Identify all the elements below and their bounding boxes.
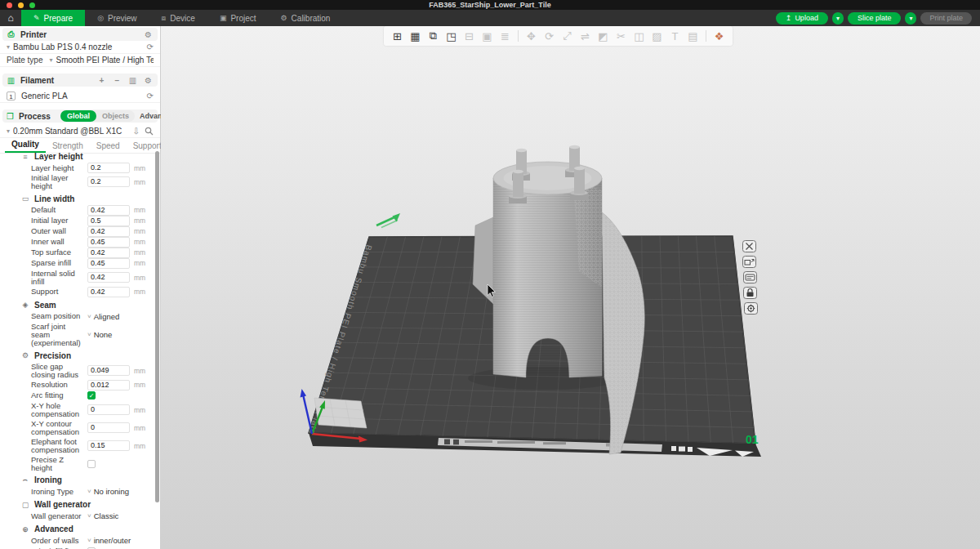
tab-project[interactable]: ▣Project <box>207 10 269 26</box>
section-header-advanced[interactable]: ⊕Advanced <box>0 523 154 535</box>
save-preset-icon[interactable]: ⇩ <box>133 127 140 136</box>
section-header-line-width[interactable]: ▭Line width <box>0 193 154 205</box>
filament-settings-gear-icon[interactable]: ⚙ <box>143 76 154 85</box>
param-label: X-Y contour compensation <box>31 419 87 437</box>
param-row-initial-layer: Initial layer0.5mm <box>0 216 154 226</box>
param-label: Support <box>31 287 87 297</box>
param-input-top-surface[interactable]: 0.42 <box>87 248 130 258</box>
section-header-ironing[interactable]: ⌢Ironing <box>0 474 154 486</box>
param-input-outer-wall[interactable]: 0.42 <box>87 226 130 237</box>
param-input-inner-wall[interactable]: 0.45 <box>87 237 130 248</box>
param-label: Precise Z height <box>31 455 87 473</box>
tab-preview[interactable]: ◎Preview <box>85 10 149 26</box>
printer-settings-gear-icon[interactable]: ⚙ <box>143 30 154 39</box>
filament-slot-row[interactable]: 1 Generic PLA ⟳ <box>0 90 160 103</box>
add-plate-icon[interactable]: ▦ <box>407 28 424 44</box>
split-objects-icon[interactable]: ❖ <box>710 28 728 44</box>
project-icon: ▣ <box>220 14 227 22</box>
section-header-wall-generator[interactable]: ▢Wall generator <box>0 498 154 511</box>
param-label: Inner wall <box>31 237 87 247</box>
remove-filament-button[interactable]: − <box>112 76 122 85</box>
param-unit: mm <box>134 238 145 246</box>
param-input-initial-layer[interactable]: 0.5 <box>87 216 130 226</box>
auto-orient-icon[interactable]: ◳ <box>443 28 460 44</box>
param-checkbox-arc-fitting[interactable]: ✓ <box>87 391 96 399</box>
section-header-layer-height[interactable]: ≡Layer height <box>0 150 154 163</box>
settings-sidebar: ⎙ Printer ⚙ ▾ Bambu Lab P1S 0.4 nozzle ⟳… <box>0 26 161 549</box>
param-label: Top surface <box>31 248 87 257</box>
param-select-seam-position[interactable]: ˅Aligned <box>87 312 119 321</box>
param-row-elephant-foot-compensation: Elephant foot compensation0.15mm <box>0 437 154 455</box>
printer-preset-select[interactable]: ▾ Bambu Lab P1S 0.4 nozzle ⟳ <box>0 41 160 54</box>
window-controls <box>7 2 35 8</box>
upload-button[interactable]: ↥ Upload <box>776 12 828 25</box>
param-input-elephant-foot-compensation[interactable]: 0.15 <box>87 440 130 451</box>
filament-sync-icon[interactable]: ⟳ <box>147 92 154 100</box>
param-unit: mm <box>134 248 145 257</box>
param-input-resolution[interactable]: 0.012 <box>87 380 130 391</box>
add-filament-button[interactable]: + <box>96 76 107 85</box>
orientation-arrow-icon <box>376 213 400 228</box>
printer-section-header: ⎙ Printer ⚙ <box>2 28 158 41</box>
lock-plate-button[interactable] <box>744 288 757 299</box>
param-input-x-y-hole-compensation[interactable]: 0 <box>87 404 130 415</box>
param-input-support[interactable]: 0.42 <box>87 287 130 297</box>
tab-calibration[interactable]: ⚙Calibration <box>269 10 343 26</box>
delete-plate-button[interactable] <box>743 241 756 252</box>
param-input-slice-gap-closing-radius[interactable]: 0.049 <box>87 365 130 376</box>
device-icon: ⧈ <box>162 14 167 23</box>
slice-dropdown-button[interactable]: ▾ <box>905 12 916 25</box>
close-button[interactable] <box>7 2 12 8</box>
plate-type-select[interactable]: Smooth PEI Plate / High Temp Plate <box>56 56 154 65</box>
param-row-inner-wall: Inner wall0.45mm <box>0 237 154 248</box>
advanced-icon: ⊕ <box>21 525 29 533</box>
slice-plate-button[interactable]: Slice plate <box>848 12 902 25</box>
section-header-precision[interactable]: ⚙Precision <box>0 350 154 362</box>
sidebar-scrollbar[interactable] <box>155 151 159 502</box>
param-select-scarf-joint-seam-experimental[interactable]: ˅None <box>87 330 112 339</box>
scope-global-button[interactable]: Global <box>60 110 96 122</box>
upload-dropdown-button[interactable]: ▾ <box>832 12 844 25</box>
process-preset-select[interactable]: ▾ 0.20mm Standard @BBL X1C ⇩ <box>0 125 160 138</box>
param-select-ironing-type[interactable]: ˅No ironing <box>87 487 129 496</box>
plate-name-button[interactable] <box>744 272 757 283</box>
param-checkbox-precise-z-height[interactable] <box>87 460 96 468</box>
chevron-down-icon: ˅ <box>87 537 91 544</box>
param-input-x-y-contour-compensation[interactable]: 0 <box>87 422 130 433</box>
param-row-top-surface: Top surface0.42mm <box>0 248 154 258</box>
param-sections: ≡Layer heightLayer height0.2mmInitial la… <box>0 149 154 549</box>
param-row-resolution: Resolution0.012mm <box>0 380 154 391</box>
filament-color-swatch[interactable]: 1 <box>7 92 16 100</box>
param-label: Initial layer <box>31 216 87 225</box>
param-input-internal-solid-infill[interactable]: 0.42 <box>87 272 130 283</box>
plate-settings-button[interactable] <box>745 303 758 315</box>
rotate-icon: ⟳ <box>541 28 558 44</box>
process-scope-toggle: Global Objects <box>60 110 135 122</box>
tab-device[interactable]: ⧈Device <box>149 10 207 26</box>
param-input-initial-layer-height[interactable]: 0.2 <box>87 176 130 187</box>
printer-sync-icon[interactable]: ⟳ <box>147 42 154 51</box>
flushing-volumes-icon[interactable]: ▥ <box>127 76 138 85</box>
param-unit: mm <box>134 164 145 172</box>
search-icon[interactable] <box>145 127 154 136</box>
param-label: Elephant foot compensation <box>31 437 87 455</box>
param-select-wall-generator[interactable]: ˅Classic <box>87 511 118 520</box>
param-input-layer-height[interactable]: 0.2 <box>87 163 130 173</box>
param-unit: mm <box>134 178 145 186</box>
auto-arrange-icon[interactable]: ⧉ <box>425 28 442 44</box>
minimize-button[interactable] <box>18 2 24 8</box>
zoom-button[interactable] <box>29 2 35 8</box>
viewport-3d[interactable]: ⊞▦⧉◳⊟▣≣✥⟳⤢⇌◩✂◫▨T▤❖ <box>161 26 980 549</box>
param-label: Layer height <box>31 163 87 173</box>
section-header-seam[interactable]: ◈Seam <box>0 299 154 311</box>
chevron-down-icon: ˅ <box>87 512 91 520</box>
arrange-plate-button[interactable] <box>743 257 756 268</box>
param-select-order-of-walls[interactable]: ˅inner/outer <box>87 536 131 545</box>
scope-objects-button[interactable]: Objects <box>96 112 135 120</box>
param-row-sparse-infill: Sparse infill0.45mm <box>0 258 154 269</box>
param-input-sparse-infill[interactable]: 0.45 <box>87 258 130 269</box>
home-button[interactable]: ⌂ <box>0 10 21 26</box>
param-input-default[interactable]: 0.42 <box>87 205 130 216</box>
add-model-icon[interactable]: ⊞ <box>389 28 406 44</box>
tab-prepare[interactable]: ✎Prepare <box>21 10 85 26</box>
